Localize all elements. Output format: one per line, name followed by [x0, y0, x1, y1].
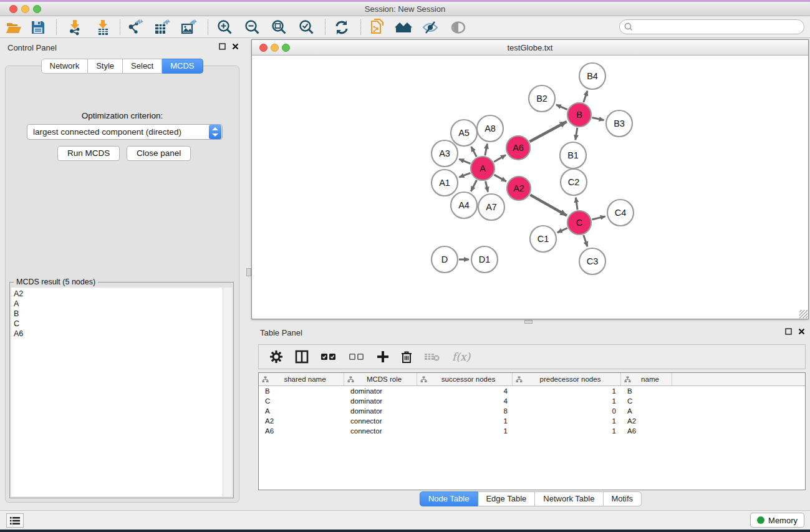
table-row[interactable]: A6connector11A6: [259, 426, 805, 436]
run-mcds-button[interactable]: Run MCDS: [57, 146, 120, 161]
table-row[interactable]: A2connector11A2: [259, 416, 805, 426]
node-A5[interactable]: A5: [451, 120, 477, 146]
edge-A-A5[interactable]: [471, 147, 477, 157]
column-header-name[interactable]: name: [621, 373, 672, 385]
table-cell[interactable]: B: [259, 386, 344, 396]
tab-mcds[interactable]: MCDS: [162, 59, 203, 74]
close-window-light[interactable]: [9, 5, 17, 13]
show-panels-button[interactable]: [448, 18, 469, 36]
close-panel-icon[interactable]: [232, 43, 239, 50]
edge-A-A2[interactable]: [494, 175, 506, 181]
deselect-all-columns-icon[interactable]: [349, 352, 365, 361]
edge-C-C3[interactable]: [584, 235, 587, 246]
float-panel-icon[interactable]: [219, 43, 226, 50]
table-cell[interactable]: dominator: [344, 386, 417, 396]
edge-A-A6[interactable]: [494, 155, 506, 162]
minimize-window-light[interactable]: [21, 5, 29, 13]
table-row[interactable]: Cdominator41C: [259, 396, 805, 406]
edge-A-A4[interactable]: [471, 180, 476, 191]
maximize-network-light[interactable]: [282, 44, 290, 52]
table-cell[interactable]: dominator: [344, 396, 417, 406]
tab-select[interactable]: Select: [123, 59, 162, 74]
node-C2[interactable]: C2: [561, 169, 587, 195]
column-header-successor-nodes[interactable]: successor nodes: [417, 373, 513, 385]
node-B1[interactable]: B1: [560, 142, 586, 168]
tab-motifs[interactable]: Motifs: [603, 491, 642, 506]
refresh-button[interactable]: [331, 18, 352, 36]
table-cell[interactable]: 1: [513, 426, 621, 436]
node-A1[interactable]: A1: [432, 170, 458, 196]
node-A8[interactable]: A8: [477, 115, 503, 142]
home-button[interactable]: [393, 18, 414, 36]
float-panel-icon[interactable]: [785, 328, 792, 335]
task-list-button[interactable]: [6, 513, 24, 528]
table-cell[interactable]: dominator: [344, 406, 417, 416]
result-item[interactable]: A: [14, 299, 223, 309]
node-B[interactable]: B: [567, 103, 591, 127]
column-header-shared-name[interactable]: shared name: [259, 373, 344, 385]
column-header-predecessor-nodes[interactable]: predecessor nodes: [513, 373, 621, 385]
close-network-light[interactable]: [259, 44, 268, 52]
table-cell[interactable]: A2: [259, 416, 344, 426]
table-cell[interactable]: C: [621, 396, 672, 406]
table-cell[interactable]: 1: [417, 426, 513, 436]
tab-edge-table[interactable]: Edge Table: [478, 491, 535, 506]
table-cell[interactable]: A6: [621, 426, 672, 436]
tab-node-table[interactable]: Node Table: [420, 491, 478, 506]
result-item[interactable]: C: [14, 319, 223, 329]
node-B4[interactable]: B4: [579, 63, 605, 89]
search-input[interactable]: [635, 22, 804, 31]
network-window-titlebar[interactable]: testGlobe.txt: [252, 40, 808, 56]
maximize-window-light[interactable]: [33, 5, 41, 13]
close-panel-icon[interactable]: [798, 328, 805, 335]
network-canvas[interactable]: B4B2BB3B1A5A8A3A6AA1A2A4A7C2CC4C1C3DD1: [253, 56, 808, 318]
tab-style[interactable]: Style: [88, 59, 123, 74]
node-B3[interactable]: B3: [606, 110, 632, 137]
hide-panels-button[interactable]: [420, 18, 441, 36]
table-cell[interactable]: A: [621, 406, 672, 416]
edge-A6-B[interactable]: [529, 122, 566, 142]
window-resize-grip[interactable]: [799, 310, 808, 318]
node-C4[interactable]: C4: [607, 200, 634, 226]
node-A4[interactable]: A4: [451, 192, 477, 218]
open-session-button[interactable]: [367, 18, 388, 36]
table-cell[interactable]: 0: [513, 406, 621, 416]
column-header-MCDS-role[interactable]: MCDS role: [344, 373, 417, 385]
delete-table-icon[interactable]: [424, 352, 440, 362]
table-cell[interactable]: connector: [344, 416, 417, 426]
table-cell[interactable]: B: [621, 386, 672, 396]
zoom-fit-button[interactable]: [269, 18, 290, 36]
result-scrollbar[interactable]: [223, 288, 232, 496]
node-A3[interactable]: A3: [432, 140, 458, 167]
horizontal-splitter-grabber[interactable]: [524, 320, 533, 324]
edge-C-C1[interactable]: [557, 228, 567, 233]
export-image-button[interactable]: [178, 18, 200, 36]
node-D1[interactable]: D1: [471, 246, 498, 273]
result-item[interactable]: A6: [14, 329, 223, 339]
table-row[interactable]: Adominator80A: [259, 406, 805, 416]
table-cell[interactable]: 4: [417, 396, 513, 406]
table-cell[interactable]: C: [259, 396, 344, 406]
import-network-button[interactable]: [64, 18, 85, 36]
edge-A-A3[interactable]: [459, 159, 470, 163]
table-cell[interactable]: 4: [417, 386, 513, 396]
open-file-button[interactable]: [3, 18, 24, 36]
import-table-button[interactable]: [92, 18, 113, 36]
tab-network[interactable]: Network: [41, 59, 88, 74]
result-item[interactable]: B: [14, 309, 223, 319]
node-B2[interactable]: B2: [529, 85, 555, 112]
tab-network-table[interactable]: Network Table: [535, 491, 603, 506]
edge-B-B1[interactable]: [576, 128, 577, 140]
table-cell[interactable]: A6: [259, 426, 344, 436]
select-all-columns-icon[interactable]: [321, 352, 337, 361]
edge-A2-C[interactable]: [530, 195, 567, 215]
table-cell[interactable]: A: [259, 406, 344, 416]
split-view-icon[interactable]: [295, 350, 309, 364]
table-cell[interactable]: A2: [621, 416, 672, 426]
export-network-button[interactable]: [125, 18, 146, 36]
zoom-out-button[interactable]: [242, 18, 263, 36]
table-cell[interactable]: 1: [513, 396, 621, 406]
table-cell[interactable]: 1: [513, 386, 621, 396]
export-table-button[interactable]: [152, 18, 173, 36]
delete-column-trash-icon[interactable]: [401, 351, 412, 364]
